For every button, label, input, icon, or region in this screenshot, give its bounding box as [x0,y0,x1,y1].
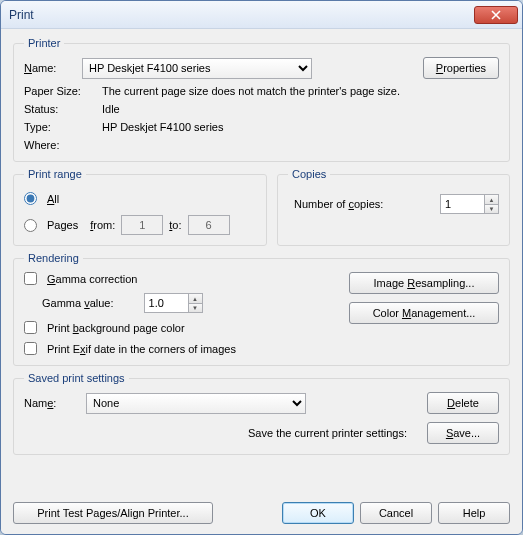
delete-button[interactable]: Delete [427,392,499,414]
paper-size-value: The current page size does not match the… [102,85,400,97]
where-label: Where: [24,139,96,151]
range-pages-radio[interactable] [24,219,37,232]
copies-spinner[interactable]: ▲ ▼ [440,194,499,214]
printer-name-label: Name: [24,62,76,74]
properties-button[interactable]: Properties [423,57,499,79]
help-button[interactable]: Help [438,502,510,524]
rendering-group: Rendering Gamma correction Gamma value: … [13,252,510,366]
print-range-legend: Print range [24,168,86,180]
copies-legend: Copies [288,168,330,180]
gamma-value-label: Gamma value: [42,297,114,309]
gamma-value-input[interactable] [144,293,188,313]
copies-up-icon[interactable]: ▲ [484,194,499,204]
range-pages-label: Pages [47,219,78,231]
print-exif-checkbox[interactable] [24,342,37,355]
range-all-label: All [47,193,59,205]
gamma-correction-checkbox[interactable] [24,272,37,285]
image-resampling-button[interactable]: Image Resampling... [349,272,499,294]
gamma-up-icon[interactable]: ▲ [188,293,203,303]
status-value: Idle [102,103,120,115]
print-bg-checkbox[interactable] [24,321,37,334]
copies-group: Copies Number of copies: ▲ ▼ [277,168,510,246]
saved-name-select[interactable]: None [86,393,306,414]
range-from-label: from: [90,219,115,231]
cancel-button[interactable]: Cancel [360,502,432,524]
type-label: Type: [24,121,96,133]
print-bg-label: Print background page color [47,322,185,334]
saved-settings-group: Saved print settings Name: None Delete S… [13,372,510,455]
dialog-footer: Print Test Pages/Align Printer... OK Can… [13,496,510,524]
save-button[interactable]: Save... [427,422,499,444]
copies-down-icon[interactable]: ▼ [484,204,499,214]
range-from-input[interactable] [121,215,163,235]
window-title: Print [9,8,474,22]
print-range-group: Print range All Pages from: to: [13,168,267,246]
range-to-input[interactable] [188,215,230,235]
gamma-spinner[interactable]: ▲ ▼ [144,293,203,313]
saved-name-label: Name: [24,397,76,409]
printer-name-select[interactable]: HP Deskjet F4100 series [82,58,312,79]
ok-button[interactable]: OK [282,502,354,524]
printer-legend: Printer [24,37,64,49]
print-test-button[interactable]: Print Test Pages/Align Printer... [13,502,213,524]
print-exif-label: Print Exif date in the corners of images [47,343,236,355]
gamma-correction-label: Gamma correction [47,273,137,285]
status-label: Status: [24,103,96,115]
range-all-radio[interactable] [24,192,37,205]
printer-group: Printer Name: HP Deskjet F4100 series Pr… [13,37,510,162]
saved-settings-legend: Saved print settings [24,372,129,384]
dialog-body: Printer Name: HP Deskjet F4100 series Pr… [1,29,522,534]
titlebar: Print [1,1,522,29]
paper-size-label: Paper Size: [24,85,96,97]
close-icon [491,10,501,20]
color-management-button[interactable]: Color Management... [349,302,499,324]
close-button[interactable] [474,6,518,24]
range-to-label: to: [169,219,181,231]
print-dialog: Print Printer Name: HP Deskjet F4100 ser… [0,0,523,535]
copies-input[interactable] [440,194,484,214]
type-value: HP Deskjet F4100 series [102,121,223,133]
copies-num-label: Number of copies: [294,198,383,210]
save-hint-label: Save the current printer settings: [24,427,417,439]
gamma-down-icon[interactable]: ▼ [188,303,203,313]
rendering-legend: Rendering [24,252,83,264]
